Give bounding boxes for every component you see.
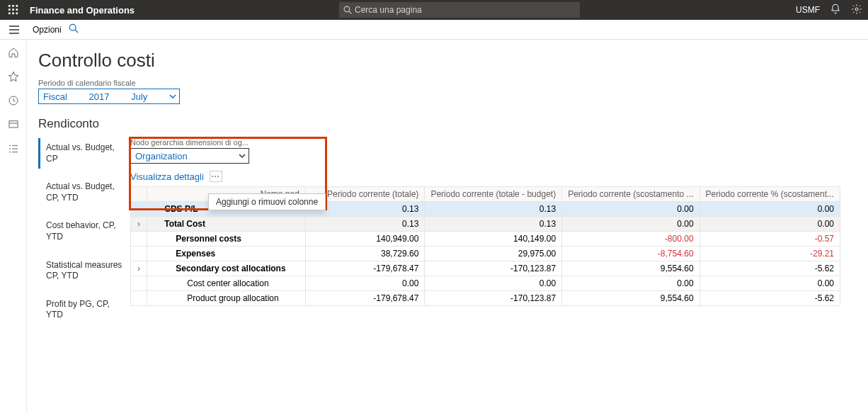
view-details-link[interactable]: Visualizza dettagli xyxy=(130,171,204,182)
table-row[interactable]: Expenses38,729.6029,975.00-8,754.60-29.2… xyxy=(131,247,840,261)
cell-value: -29.21 xyxy=(699,247,840,261)
svg-rect-1 xyxy=(12,5,14,7)
home-icon[interactable] xyxy=(8,47,19,61)
expander-header xyxy=(131,187,147,202)
columns-tooltip: Aggiungi o rimuovi colonne xyxy=(208,193,326,210)
fiscal-period-label: Periodo di calendario fiscale xyxy=(38,79,857,87)
view-details-row: Visualizza dettagli ⋯ xyxy=(130,171,857,182)
app-header: Finance and Operations Cerca una pagina … xyxy=(0,0,868,20)
cell-value: 0.00 xyxy=(305,276,425,291)
cell-value: 0.00 xyxy=(562,276,699,291)
row-name: Personnel costs xyxy=(147,232,306,247)
col-current-budget[interactable]: Periodo corrente (totale - budget) xyxy=(425,187,562,202)
svg-line-10 xyxy=(349,11,351,13)
cell-value: 9,554.60 xyxy=(562,291,699,306)
page-search-icon[interactable] xyxy=(69,23,79,35)
row-name: Secondary cost allocations xyxy=(147,261,306,276)
cell-value: 0.00 xyxy=(699,276,840,291)
star-icon[interactable] xyxy=(8,71,19,85)
header-right: USMF xyxy=(796,4,862,17)
global-search[interactable]: Cerca una pagina xyxy=(339,2,580,18)
svg-point-11 xyxy=(855,8,858,11)
svg-point-15 xyxy=(69,24,76,30)
cell-value: 0.00 xyxy=(562,217,699,232)
action-bar: Opzioni xyxy=(0,20,868,40)
report-tabs: Actual vs. Budget, CP Actual vs. Budget,… xyxy=(38,138,130,325)
table-row[interactable]: Personnel costs140,949.00140,149.00-800.… xyxy=(131,232,840,247)
row-name: Cost center allocation xyxy=(147,276,306,291)
main-content: Controllo costi Periodo di calendario fi… xyxy=(27,40,868,413)
cell-value: -5.62 xyxy=(699,261,840,276)
expand-toggle[interactable]: › xyxy=(131,261,147,276)
cell-value: 0.13 xyxy=(305,217,425,232)
table-row[interactable]: Product group allocation-179,678.47-170,… xyxy=(131,291,840,306)
row-name: Total Cost xyxy=(147,217,306,232)
cell-value: 0.13 xyxy=(425,202,562,217)
hierarchy-value: Organization xyxy=(135,151,188,162)
expand-toggle xyxy=(131,291,147,306)
section-title: Rendiconto xyxy=(38,117,857,131)
options-button[interactable]: Opzioni xyxy=(33,25,62,35)
row-name: Product group allocation xyxy=(147,291,306,306)
expand-toggle xyxy=(131,276,147,291)
cell-value: -800.00 xyxy=(562,232,699,247)
cell-value: 140,949.00 xyxy=(305,232,425,247)
cell-value: -8,754.60 xyxy=(562,247,699,261)
svg-point-9 xyxy=(344,6,350,12)
expand-toggle xyxy=(131,247,147,261)
chevron-down-icon xyxy=(239,152,246,159)
col-current-variance-pct[interactable]: Periodo corrente % (scostament... xyxy=(699,187,840,202)
svg-rect-4 xyxy=(12,9,14,11)
svg-rect-7 xyxy=(12,13,14,15)
cell-value: 0.00 xyxy=(425,276,562,291)
cell-value: -170,123.87 xyxy=(425,291,562,306)
svg-rect-3 xyxy=(8,9,11,11)
col-current-variance[interactable]: Periodo corrente (scostamento ... xyxy=(562,187,699,202)
tab-actual-vs-budget-cp-ytd[interactable]: Actual vs. Budget, CP, YTD xyxy=(38,177,130,208)
cell-value: 0.13 xyxy=(425,217,562,232)
notifications-icon[interactable] xyxy=(830,4,841,17)
app-launcher-icon[interactable] xyxy=(0,0,27,20)
cell-value: 0.00 xyxy=(699,202,840,217)
svg-rect-6 xyxy=(8,13,11,15)
fiscal-period-select[interactable]: Fiscal 2017 July xyxy=(38,89,180,104)
cell-value: -170,123.87 xyxy=(425,261,562,276)
cell-value: 38,729.60 xyxy=(305,247,425,261)
svg-rect-18 xyxy=(9,121,18,128)
hierarchy-select[interactable]: Organization xyxy=(130,148,249,164)
svg-rect-0 xyxy=(8,5,11,7)
menu-icon[interactable] xyxy=(3,24,25,35)
expand-toggle[interactable]: › xyxy=(131,217,147,232)
chevron-down-icon xyxy=(169,93,176,100)
svg-rect-8 xyxy=(16,13,18,15)
cell-value: 9,554.60 xyxy=(562,261,699,276)
modules-icon[interactable] xyxy=(8,143,19,157)
recent-icon[interactable] xyxy=(8,95,19,109)
fiscal-year: 2017 xyxy=(89,91,110,102)
svg-rect-5 xyxy=(16,9,18,11)
table-row[interactable]: Cost center allocation0.000.000.000.00 xyxy=(131,276,840,291)
svg-rect-2 xyxy=(16,5,18,7)
table-row[interactable]: ›Secondary cost allocations-179,678.47-1… xyxy=(131,261,840,276)
expand-toggle xyxy=(131,232,147,247)
settings-icon[interactable] xyxy=(851,4,862,17)
company-code[interactable]: USMF xyxy=(796,5,820,15)
cell-value: 0.00 xyxy=(562,202,699,217)
tab-profit-by-pg[interactable]: Profit by PG, CP, YTD xyxy=(38,295,130,325)
cell-value: 0.00 xyxy=(699,217,840,232)
cell-value: 140,149.00 xyxy=(425,232,562,247)
cell-value: -5.62 xyxy=(699,291,840,306)
more-options-button[interactable]: ⋯ xyxy=(210,171,222,182)
tab-cost-behavior[interactable]: Cost behavior, CP, YTD xyxy=(38,216,130,247)
tab-actual-vs-budget-cp[interactable]: Actual vs. Budget, CP xyxy=(38,138,130,169)
workspaces-icon[interactable] xyxy=(8,119,19,133)
left-nav-rail xyxy=(0,40,27,413)
svg-line-16 xyxy=(75,30,78,33)
cell-value: -179,678.47 xyxy=(305,291,425,306)
expand-toggle xyxy=(131,202,147,217)
table-row[interactable]: ›Total Cost0.130.130.000.00 xyxy=(131,217,840,232)
tab-statistical-measures[interactable]: Statistical measures CP, YTD xyxy=(38,256,130,286)
cell-value: -179,678.47 xyxy=(305,261,425,276)
fiscal-month: July xyxy=(131,91,147,102)
cell-value: -0.57 xyxy=(699,232,840,247)
